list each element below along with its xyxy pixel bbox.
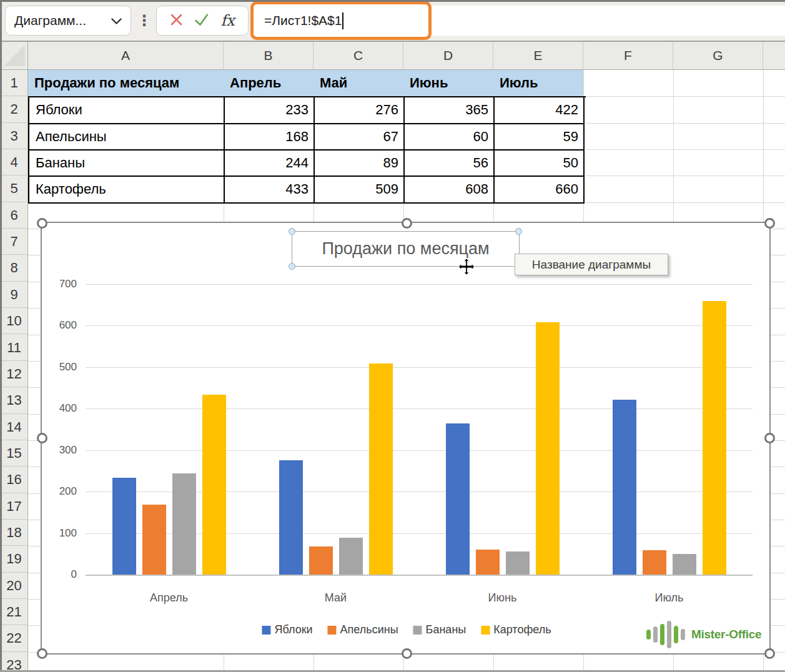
column-header-D[interactable]: D <box>403 42 493 69</box>
x-axis-label[interactable]: Апрель <box>86 590 252 605</box>
row-header-19[interactable]: 19 <box>0 546 28 572</box>
row-header-11[interactable]: 11 <box>0 335 28 361</box>
chart-bar-Бананы-Май[interactable] <box>339 538 363 575</box>
x-axis-label[interactable]: Июль <box>586 590 753 605</box>
chart-bar-Апельсины-Июнь[interactable] <box>476 550 500 575</box>
table-cell-value[interactable]: 233 <box>225 97 315 124</box>
legend-item-Картофель[interactable]: Картофель <box>481 623 551 636</box>
row-header-15[interactable]: 15 <box>0 440 28 467</box>
row-header-4[interactable]: 4 <box>0 149 28 175</box>
chart-bar-Яблоки-Май[interactable] <box>279 460 303 575</box>
chart-bar-Бананы-Июнь[interactable] <box>506 551 530 575</box>
row-header-7[interactable]: 7 <box>0 229 28 255</box>
chart-resize-handle[interactable] <box>402 648 412 659</box>
select-all-corner[interactable] <box>0 42 28 69</box>
enter-button[interactable] <box>194 13 209 29</box>
row-header-2[interactable]: 2 <box>0 96 28 122</box>
chart-bar-Картофель-Июнь[interactable] <box>536 322 560 575</box>
chart-resize-handle[interactable] <box>764 648 775 659</box>
table-cell-value[interactable]: 509 <box>315 177 405 203</box>
row-header-12[interactable]: 12 <box>0 361 28 387</box>
chart-bar-Бананы-Июль[interactable] <box>673 554 696 575</box>
name-box[interactable]: Диаграмм... <box>5 6 131 36</box>
chart-resize-handle[interactable] <box>37 218 47 229</box>
table-body: Яблоки233276365422Апельсины168676059Бана… <box>28 96 586 203</box>
chart-bar-Апельсины-Апрель[interactable] <box>142 505 166 575</box>
table-cell-value[interactable]: 56 <box>405 151 495 177</box>
table-cell-label[interactable]: Апельсины <box>29 124 225 151</box>
chart-bar-Апельсины-Июль[interactable] <box>643 550 666 575</box>
table-cell-value[interactable]: 60 <box>405 124 495 151</box>
formula-input[interactable]: =Лист1!$A$1 <box>250 1 432 40</box>
table-cell-value[interactable]: 365 <box>405 97 495 124</box>
chart-resize-handle[interactable] <box>764 433 775 443</box>
row-header-6[interactable]: 6 <box>0 202 28 229</box>
chart-bar-Картофель-Апрель[interactable] <box>202 395 226 575</box>
x-axis-label[interactable]: Май <box>252 590 419 605</box>
chart-resize-handle[interactable] <box>402 218 412 229</box>
table-header-cell[interactable]: Июнь <box>403 70 493 96</box>
row-header-9[interactable]: 9 <box>0 282 28 308</box>
table-cell-value[interactable]: 660 <box>495 177 585 203</box>
table-cell-value[interactable]: 276 <box>315 97 405 124</box>
chart-resize-handle[interactable] <box>37 648 47 659</box>
row-header-21[interactable]: 21 <box>0 599 28 625</box>
row-header-10[interactable]: 10 <box>0 308 28 334</box>
title-resize-handle[interactable] <box>289 263 295 270</box>
row-header-13[interactable]: 13 <box>0 387 28 413</box>
insert-function-button[interactable]: fx <box>220 12 234 29</box>
table-cell-value[interactable]: 59 <box>495 124 585 151</box>
table-header-cell[interactable]: Май <box>314 70 403 96</box>
title-resize-handle[interactable] <box>289 228 295 235</box>
table-cell-value[interactable]: 50 <box>495 151 585 177</box>
column-header-B[interactable]: B <box>224 42 314 69</box>
chart-bar-Яблоки-Июль[interactable] <box>613 400 636 575</box>
cancel-button[interactable] <box>170 13 183 29</box>
table-header-cell[interactable]: Апрель <box>224 70 314 96</box>
row-header-3[interactable]: 3 <box>0 123 28 149</box>
legend-item-Апельсины[interactable]: Апельсины <box>328 623 398 636</box>
chart-resize-handle[interactable] <box>37 433 47 443</box>
table-cell-value[interactable]: 67 <box>315 124 405 151</box>
table-header-cell[interactable]: Продажи по месяцам <box>28 70 224 96</box>
column-header-C[interactable]: C <box>314 42 403 69</box>
x-axis-label[interactable]: Июнь <box>419 590 586 605</box>
column-header-A[interactable]: A <box>28 42 224 69</box>
row-header-20[interactable]: 20 <box>0 573 28 599</box>
row-header-18[interactable]: 18 <box>0 520 28 546</box>
chart-bar-Яблоки-Июнь[interactable] <box>446 423 470 575</box>
row-header-17[interactable]: 17 <box>0 493 28 520</box>
chart-legend[interactable]: ЯблокиАпельсиныБананыКартофель <box>262 623 551 636</box>
chart-bar-Апельсины-Май[interactable] <box>309 546 333 575</box>
chart-resize-handle[interactable] <box>764 218 775 229</box>
row-header-16[interactable]: 16 <box>0 467 28 493</box>
table-cell-value[interactable]: 608 <box>405 177 495 203</box>
table-cell-value[interactable]: 168 <box>225 124 315 151</box>
table-cell-value[interactable]: 89 <box>315 151 405 177</box>
chart-title-box[interactable]: Продажи по месяцам <box>292 231 520 267</box>
row-header-14[interactable]: 14 <box>0 414 28 440</box>
table-cell-value[interactable]: 433 <box>225 177 315 203</box>
column-header-E[interactable]: E <box>493 42 583 69</box>
row-header-5[interactable]: 5 <box>0 175 28 202</box>
row-header-23[interactable]: 23 <box>0 652 28 672</box>
chart-bar-Картофель-Май[interactable] <box>369 363 393 575</box>
row-header-22[interactable]: 22 <box>0 625 28 651</box>
chart-bar-Яблоки-Апрель[interactable] <box>112 478 136 575</box>
table-cell-value[interactable]: 244 <box>225 151 315 177</box>
chart-object[interactable]: Продажи по месяцам Название диаграммы Яб… <box>41 222 771 655</box>
table-cell-label[interactable]: Яблоки <box>29 97 225 124</box>
column-header-G[interactable]: G <box>673 42 763 69</box>
row-header-8[interactable]: 8 <box>0 255 28 281</box>
table-header-cell[interactable]: Июль <box>493 70 583 96</box>
table-cell-value[interactable]: 422 <box>495 97 585 124</box>
title-resize-handle[interactable] <box>515 228 522 235</box>
legend-item-Бананы[interactable]: Бананы <box>413 623 467 636</box>
legend-item-Яблоки[interactable]: Яблоки <box>262 623 312 636</box>
table-cell-label[interactable]: Бананы <box>29 151 225 177</box>
chart-bar-Картофель-Июль[interactable] <box>703 301 726 575</box>
chart-bar-Бананы-Апрель[interactable] <box>172 473 196 575</box>
row-header-1[interactable]: 1 <box>0 70 28 96</box>
column-header-F[interactable]: F <box>583 42 673 69</box>
table-cell-label[interactable]: Картофель <box>29 177 225 203</box>
